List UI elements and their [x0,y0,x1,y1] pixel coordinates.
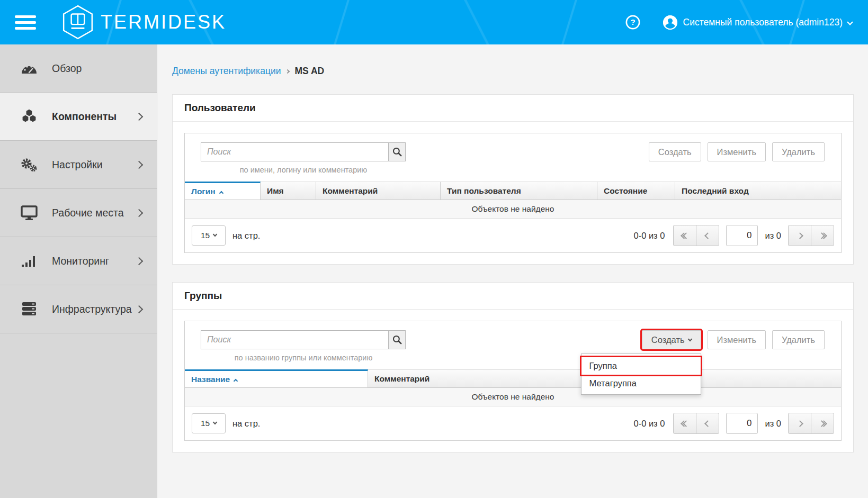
users-column-user-type[interactable]: Тип пользователя [441,182,597,200]
search-icon [392,335,402,345]
groups-pagination: 15 на стр. 0-0 из 0 [185,406,841,440]
prev-page-button[interactable] [696,413,719,434]
sidebar-item-label: Настройки [52,159,103,171]
chevron-right-icon [135,209,144,217]
users-pagination: 15 на стр. 0-0 из 0 [185,219,841,252]
users-panel: Пользователи [172,94,854,265]
prev-page-button[interactable] [696,225,719,246]
groups-create-dropdown: Группа Метагруппа [581,354,701,395]
chevron-right-icon [135,112,144,121]
of-pages-label: из 0 [765,231,781,241]
next-page-button[interactable] [788,413,811,434]
sidebar: Обзор Компоненты Н [0,44,157,498]
dropdown-item-group[interactable]: Группа [581,357,701,375]
users-column-name[interactable]: Имя [261,182,316,200]
chevron-right-icon [135,257,144,265]
gears-icon [20,157,38,173]
logo[interactable]: TERMIDESK [61,5,226,40]
groups-empty-row: Объектов не найдено [185,388,841,406]
chevron-down-icon [213,232,217,237]
last-page-button[interactable] [811,225,834,246]
dropdown-item-metagroup[interactable]: Метагруппа [581,375,701,392]
groups-search-input[interactable] [201,330,389,349]
page-number-input[interactable] [726,225,758,246]
breadcrumb-current: MS AD [294,66,324,77]
signal-bars-icon [20,253,38,268]
pagination-back-group [673,225,719,246]
chevron-right-icon [135,160,144,169]
users-page-size-select[interactable]: 15 [192,225,226,246]
chevron-down-icon [687,337,692,341]
pagination-forward-group [788,225,834,246]
users-search-input[interactable] [201,142,389,161]
groups-column-title[interactable]: Название [185,369,368,388]
groups-panel-title: Группы [184,290,222,301]
sort-asc-icon [219,191,223,195]
users-panel-header: Пользователи [173,95,853,122]
user-name-label: Системный пользователь (admin123) [683,17,843,28]
pagination-back-group [673,413,719,434]
groups-panel: Группы [172,282,854,452]
users-search-button[interactable] [388,142,406,161]
help-icon[interactable]: ? [625,15,640,30]
sidebar-item-workplaces[interactable]: Рабочие места [0,189,157,237]
hamburger-menu-icon[interactable] [15,15,36,30]
users-table-header: Логин Имя Комментарий Тип пользователя С… [185,182,841,200]
first-page-button[interactable] [673,413,696,434]
per-page-label: на стр. [232,419,260,429]
groups-page-size-select[interactable]: 15 [192,413,226,433]
breadcrumb-separator-icon [285,69,290,73]
pagination-forward-group [788,413,834,434]
next-page-button[interactable] [788,225,811,246]
sidebar-item-label: Рабочие места [52,207,124,219]
per-page-label: на стр. [232,231,260,241]
sidebar-item-components[interactable]: Компоненты [0,93,157,141]
groups-delete-button[interactable]: Удалить [772,330,825,349]
cubes-icon [20,108,38,124]
breadcrumb: Домены аутентификации MS AD [172,66,854,77]
users-column-comment[interactable]: Комментарий [316,182,441,200]
groups-create-button[interactable]: Создать [642,330,701,349]
sidebar-item-monitoring[interactable]: Мониторинг [0,237,157,285]
sort-asc-icon [234,378,238,383]
logo-text: TERMIDESK [101,11,226,33]
first-page-button[interactable] [673,225,696,246]
groups-edit-button[interactable]: Изменить [708,330,766,349]
sidebar-item-settings[interactable]: Настройки [0,141,157,189]
users-panel-body: по имени, логину или комментарию Создать… [173,122,853,264]
users-column-last-login[interactable]: Последний вход [675,182,841,200]
monitor-icon [20,205,38,220]
groups-toolbar: по названию группы или комментарию Созда… [185,321,841,369]
breadcrumb-link-auth-domains[interactable]: Домены аутентификации [172,66,281,77]
user-menu[interactable]: Системный пользователь (admin123) [663,15,852,30]
users-edit-button[interactable]: Изменить [708,142,766,161]
sidebar-item-infrastructure[interactable]: Инфраструктура [0,285,157,333]
users-toolbar: по имени, логину или комментарию Создать… [185,133,841,182]
groups-search-hint: по названию группы или комментарию [201,354,406,362]
last-page-button[interactable] [811,413,834,434]
users-delete-button[interactable]: Удалить [772,142,825,161]
sidebar-item-overview[interactable]: Обзор [0,44,157,93]
server-stack-icon [20,301,38,317]
page-number-input[interactable] [726,413,758,434]
sidebar-item-label: Мониторинг [52,255,109,267]
sidebar-item-label: Инфраструктура [52,303,132,315]
groups-column-comment[interactable]: Комментарий [368,369,584,388]
chevron-left-icon [704,232,711,239]
users-column-login[interactable]: Логин [185,182,261,200]
range-label: 0-0 из 0 [633,231,665,241]
groups-panel-header: Группы [173,283,853,310]
dashboard-icon [20,61,38,76]
chevron-right-icon [135,305,144,313]
chevron-right-icon [797,232,803,239]
users-column-state[interactable]: Состояние [597,182,675,200]
sidebar-item-label: Обзор [52,62,82,75]
of-pages-label: из 0 [765,419,781,429]
users-create-button[interactable]: Создать [649,142,701,161]
groups-panel-body: по названию группы или комментарию Созда… [173,310,853,452]
groups-search-button[interactable] [388,330,406,349]
users-panel-title: Пользователи [184,102,256,113]
range-label: 0-0 из 0 [633,419,665,429]
user-avatar-icon [663,15,678,30]
users-search-hint: по имени, логину или комментарию [201,166,406,174]
